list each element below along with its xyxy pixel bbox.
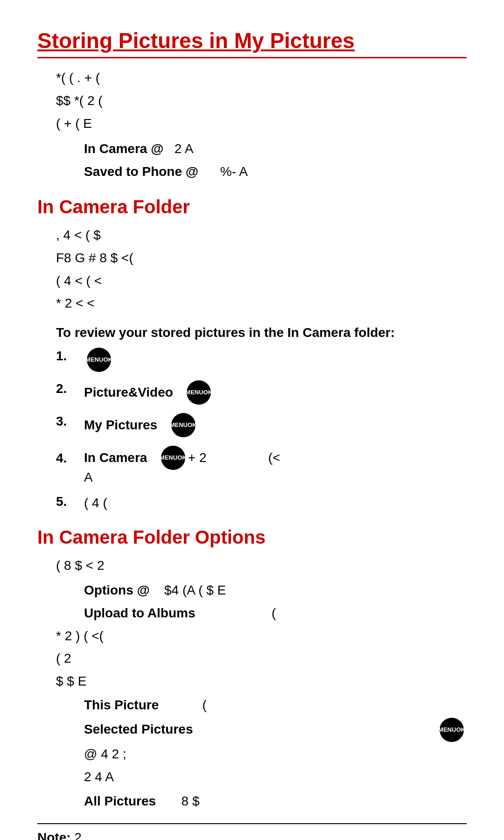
selected-pictures-label: Selected Pictures	[84, 719, 193, 740]
step-5: 5. ( 4 (	[56, 493, 467, 513]
saved-to-phone-value: %- A	[220, 164, 248, 179]
all-pictures-value: 8 $	[178, 794, 200, 808]
intro-block: *( ( . + ( $$ *( 2 ( ( + ( E In Camera @…	[56, 68, 467, 182]
s1-line-4: * 2 < <	[56, 293, 467, 314]
step-4-extra: + 2 (<	[188, 448, 280, 468]
step-3-content: My Pictures MENU OK	[84, 413, 467, 437]
intro-line-1: *( ( . + (	[56, 68, 467, 89]
all-pictures-line: All Pictures 8 $	[84, 791, 467, 812]
selected-sub-1: @ 4 2 ;	[84, 744, 467, 765]
s1-line-1: , 4 < ( $	[56, 225, 467, 246]
s2-sub-line-1: * 2 ) ( <(	[56, 626, 467, 647]
step-4: 4. In Camera MENU OK + 2 (< A	[56, 446, 467, 485]
menu-ok-btn-3: MENU OK	[171, 413, 196, 437]
step-2-content: Picture&Video MENU OK	[84, 380, 467, 405]
all-pictures-label: All Pictures	[84, 794, 156, 808]
menu-ok-btn-2: MENU OK	[187, 380, 211, 405]
section2-heading: In Camera Folder Options	[37, 527, 467, 548]
section1-lines: , 4 < ( $ F8 G # 8 $ <( ( 4 < ( < * 2 < …	[56, 225, 467, 314]
selected-pictures-line: Selected Pictures MENU OK	[84, 718, 467, 742]
in-camera-value: 2 A	[175, 141, 193, 156]
menu-ok-btn-4: MENU OK	[161, 446, 185, 470]
s2-line-1: ( 8 $ < 2	[56, 555, 467, 576]
step-4-content: In Camera MENU OK + 2 (<	[84, 446, 280, 470]
step-4-subline: A	[84, 470, 93, 485]
step-2: 2. Picture&Video MENU OK	[56, 380, 467, 405]
step-2-number: 2.	[56, 380, 84, 396]
note-value: 2	[74, 830, 82, 840]
section1-heading: In Camera Folder	[37, 196, 467, 217]
menu-ok-btn-selected: MENU OK	[440, 718, 464, 742]
review-intro: To review your stored pictures in the In…	[56, 325, 467, 340]
options-value: $4 (A ( $ E	[164, 583, 226, 597]
upload-albums-label: Upload to Albums	[84, 606, 196, 620]
menu-ok-btn-1: MENU OK	[87, 348, 111, 372]
intro-label-1: In Camera @ 2 A	[84, 139, 467, 160]
note-section: Note: 2 /	[37, 828, 467, 840]
step-1-content: MENU OK	[84, 348, 467, 372]
s2-sub-line-2: ( 2	[56, 648, 467, 669]
this-picture-line: This Picture (	[84, 695, 467, 716]
upload-albums-line: Upload to Albums (	[84, 603, 467, 624]
note-line-1: Note: 2	[37, 828, 467, 840]
upload-albums-value: (	[268, 606, 276, 620]
step-1-number: 1.	[56, 348, 84, 364]
options-line: Options @ $4 (A ( $ E	[84, 580, 467, 601]
options-label: Options @	[84, 583, 150, 597]
step-4-number: 4.	[56, 450, 84, 466]
s1-line-2: F8 G # 8 $ <(	[56, 248, 467, 269]
step-3-number: 3.	[56, 413, 84, 429]
bottom-divider	[37, 823, 467, 824]
s2-dollar-line: $ $ E	[56, 671, 467, 692]
step-2-bold: Picture&Video	[84, 383, 173, 402]
s1-line-3: ( 4 < ( <	[56, 271, 467, 292]
step-5-content: ( 4 (	[84, 493, 467, 513]
step-1: 1. MENU OK	[56, 348, 467, 372]
this-picture-value: (	[199, 698, 207, 712]
intro-label-2: Saved to Phone @ %- A	[84, 161, 467, 182]
saved-to-phone-label: Saved to Phone @	[84, 164, 198, 179]
step-3: 3. My Pictures MENU OK	[56, 413, 467, 437]
this-picture-label: This Picture	[84, 698, 159, 712]
step-3-bold: My Pictures	[84, 415, 157, 435]
selected-sub-2: 2 4 A	[84, 767, 467, 788]
section2-block: ( 8 $ < 2 Options @ $4 (A ( $ E Upload t…	[56, 555, 467, 812]
note-label: Note:	[37, 830, 71, 840]
steps-list: 1. MENU OK 2. Picture&Video MENU OK	[56, 348, 467, 513]
in-camera-label: In Camera @	[84, 141, 163, 156]
title-divider	[37, 57, 467, 58]
page-title: Storing Pictures in My Pictures	[37, 28, 467, 53]
intro-line-3: ( + ( E	[56, 113, 467, 134]
step-4-bold: In Camera	[84, 448, 147, 468]
step-5-number: 5.	[56, 493, 84, 509]
intro-line-2: $$ *( 2 (	[56, 91, 467, 112]
